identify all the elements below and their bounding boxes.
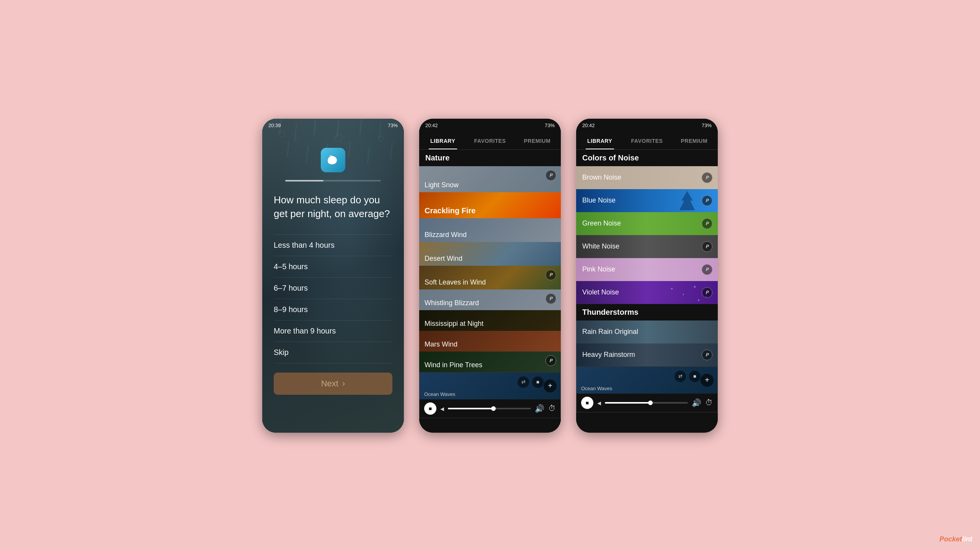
next-label: Next xyxy=(321,379,338,389)
now-playing-controls: ⇄ ■ xyxy=(518,376,544,388)
time-3: 20:42 xyxy=(582,123,595,128)
blizzard-wind-item[interactable]: Blizzard Wind xyxy=(419,218,561,242)
now-playing-label-2: Ocean Waves xyxy=(424,391,455,397)
wind-pine-label: Wind in Pine Trees xyxy=(419,358,561,372)
player-controls-3: ■ ◂ 🔊 ⏱ xyxy=(577,394,717,412)
green-noise-item[interactable]: Green Noise 𝙋 xyxy=(576,212,718,235)
next-button[interactable]: Next › xyxy=(274,373,392,395)
prev-button-2[interactable]: ◂ xyxy=(440,404,444,413)
tab-favorites-3[interactable]: FAVORITES xyxy=(623,132,670,149)
soft-leaves-item[interactable]: Soft Leaves in Wind 𝙋 xyxy=(419,266,561,289)
progress-dot-2 xyxy=(491,406,496,411)
green-noise-label: Green Noise xyxy=(582,219,621,227)
rain-original-item[interactable]: Rain Rain Original xyxy=(576,320,718,343)
progress-track-3[interactable] xyxy=(605,402,688,404)
logo-icon xyxy=(321,148,345,172)
svg-point-20 xyxy=(698,299,699,301)
tab-bar-3: LIBRARY FAVORITES PREMIUM xyxy=(576,132,718,150)
nature-header: Nature xyxy=(419,150,561,166)
phone-3: 20:42 73% LIBRARY FAVORITES PREMIUM Colo… xyxy=(576,119,718,433)
timer-icon-3[interactable]: ⏱ xyxy=(705,398,713,407)
crackling-fire-label: Crackling Fire xyxy=(419,203,561,218)
watermark-pocket: Pocket xyxy=(939,535,962,543)
stop-mini-icon-3[interactable]: ■ xyxy=(689,371,701,382)
stop-button-2[interactable]: ■ xyxy=(424,402,436,415)
light-snow-item[interactable]: Light Snow 𝙋 xyxy=(419,166,561,192)
tab-library-2[interactable]: LIBRARY xyxy=(419,132,466,149)
add-sound-button-3[interactable]: + xyxy=(701,374,714,387)
brown-noise-item[interactable]: Brown Noise 𝙋 xyxy=(576,166,718,189)
stop-button-3[interactable]: ■ xyxy=(581,397,593,409)
green-noise-premium: 𝙋 xyxy=(702,218,712,229)
remix-icon-3[interactable]: ⇄ xyxy=(675,371,686,382)
tab-favorites-2[interactable]: FAVORITES xyxy=(466,132,513,149)
prev-button-3[interactable]: ◂ xyxy=(597,398,601,407)
add-sound-button[interactable]: + xyxy=(544,379,557,392)
svg-point-16 xyxy=(671,288,673,289)
whistling-blizzard-item[interactable]: Whistling Blizzard 𝙋 xyxy=(419,289,561,310)
mars-wind-label: Mars Wind xyxy=(419,337,561,352)
pink-noise-premium: 𝙋 xyxy=(702,264,712,275)
white-noise-premium: 𝙋 xyxy=(702,241,712,252)
tab-premium-2[interactable]: PREMIUM xyxy=(514,132,561,149)
now-playing-label-3: Ocean Waves xyxy=(581,386,612,391)
whistling-premium: 𝙋 xyxy=(546,293,556,304)
progress-fill-2 xyxy=(448,408,493,409)
blue-noise-label: Blue Noise xyxy=(582,196,616,204)
option-less-4[interactable]: Less than 4 hours xyxy=(274,234,392,256)
heavy-rainstorm-item[interactable]: Heavy Rainstorm 𝙋 xyxy=(576,343,718,366)
progress-bar-container xyxy=(262,180,404,181)
now-playing-controls-3: ⇄ ■ xyxy=(675,371,701,382)
brown-noise-label: Brown Noise xyxy=(582,173,621,181)
battery-1: 73% xyxy=(388,123,398,128)
progress-bar-bg xyxy=(285,180,381,181)
violet-noise-label: Violet Noise xyxy=(582,288,619,296)
player-controls-2: ■ ◂ 🔊 ⏱ xyxy=(420,399,560,418)
mississippi-item[interactable]: Mississippi at Night xyxy=(419,310,561,331)
options-list: Less than 4 hours 4–5 hours 6–7 hours 8–… xyxy=(262,234,404,363)
option-skip[interactable]: Skip xyxy=(274,342,392,363)
time-1: 20:39 xyxy=(268,123,281,128)
svg-point-17 xyxy=(683,294,684,295)
watermark-lint: lint xyxy=(962,535,972,543)
tab-premium-3[interactable]: PREMIUM xyxy=(671,132,718,149)
tab-bar-2: LIBRARY FAVORITES PREMIUM xyxy=(419,132,561,150)
wind-pine-item[interactable]: Wind in Pine Trees 𝙋 xyxy=(419,352,561,372)
next-arrow-icon: › xyxy=(342,379,345,389)
violet-noise-item[interactable]: Violet Noise 𝙋 xyxy=(576,281,718,304)
violet-noise-premium: 𝙋 xyxy=(702,287,712,298)
desert-wind-label: Desert Wind xyxy=(419,252,561,266)
nature-list: Light Snow 𝙋 Crackling Fire Blizzard Win… xyxy=(419,166,561,372)
blue-noise-item[interactable]: Blue Noise 𝙋 xyxy=(576,189,718,212)
blue-noise-premium: 𝙋 xyxy=(702,195,712,206)
progress-fill-3 xyxy=(605,402,650,404)
battery-2: 73% xyxy=(545,123,555,128)
volume-icon-3[interactable]: 🔊 xyxy=(692,398,701,407)
status-bar-2: 20:42 73% xyxy=(419,119,561,132)
progress-bar-fill xyxy=(285,180,323,181)
option-4-5[interactable]: 4–5 hours xyxy=(274,256,392,278)
pink-noise-label: Pink Noise xyxy=(582,265,615,273)
phone-1: 20:39 73% How much sleep do you get per … xyxy=(262,119,404,433)
option-more-9[interactable]: More than 9 hours xyxy=(274,320,392,342)
app-logo xyxy=(262,132,404,180)
white-noise-item[interactable]: White Noise 𝙋 xyxy=(576,235,718,258)
now-playing-3: ⇄ ■ + Ocean Waves ■ ◂ 🔊 ⏱ xyxy=(576,366,718,412)
brown-noise-premium: 𝙋 xyxy=(702,172,712,183)
timer-icon-2[interactable]: ⏱ xyxy=(548,404,556,413)
heavy-rainstorm-label: Heavy Rainstorm xyxy=(582,351,635,359)
now-playing-preview-2: ⇄ ■ + Ocean Waves xyxy=(420,373,560,399)
volume-icon-2[interactable]: 🔊 xyxy=(535,404,544,413)
mars-wind-item[interactable]: Mars Wind xyxy=(419,331,561,352)
option-8-9[interactable]: 8–9 hours xyxy=(274,299,392,320)
mississippi-label: Mississippi at Night xyxy=(419,317,561,331)
stop-mini-icon[interactable]: ■ xyxy=(532,376,544,388)
option-6-7[interactable]: 6–7 hours xyxy=(274,278,392,299)
tab-library-3[interactable]: LIBRARY xyxy=(576,132,623,149)
blizzard-wind-label: Blizzard Wind xyxy=(419,228,561,242)
remix-icon[interactable]: ⇄ xyxy=(518,376,529,388)
desert-wind-item[interactable]: Desert Wind xyxy=(419,242,561,266)
crackling-fire-item[interactable]: Crackling Fire xyxy=(419,192,561,218)
progress-track-2[interactable] xyxy=(448,408,531,409)
pink-noise-item[interactable]: Pink Noise 𝙋 xyxy=(576,258,718,281)
